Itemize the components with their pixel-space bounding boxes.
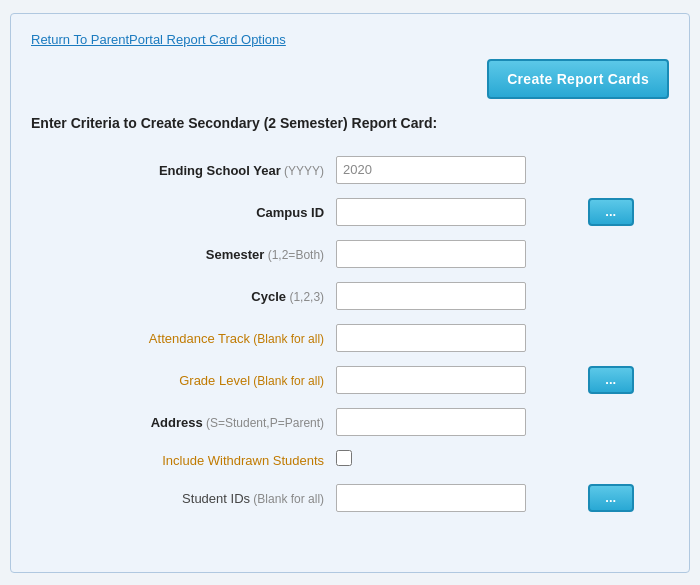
label-hint-2: (1,2=Both) xyxy=(264,248,324,262)
create-report-cards-button[interactable]: Create Report Cards xyxy=(487,59,669,99)
main-container: Return To ParentPortal Report Card Optio… xyxy=(10,13,690,573)
table-row: Attendance Track (Blank for all) xyxy=(31,317,669,359)
table-row: Address (S=Student,P=Parent) xyxy=(31,401,669,443)
input-field-1[interactable] xyxy=(336,198,526,226)
table-row: Semester (1,2=Both) xyxy=(31,233,669,275)
input-field-8[interactable] xyxy=(336,484,526,512)
label-4: Attendance Track xyxy=(149,331,250,346)
label-hint-3: (1,2,3) xyxy=(286,290,324,304)
back-link[interactable]: Return To ParentPortal Report Card Optio… xyxy=(31,32,286,47)
table-row: Cycle (1,2,3) xyxy=(31,275,669,317)
table-row: Student IDs (Blank for all)... xyxy=(31,477,669,519)
label-5: Grade Level xyxy=(179,373,250,388)
ellipsis-button-8[interactable]: ... xyxy=(588,484,634,512)
checkbox-7[interactable] xyxy=(336,450,352,466)
ellipsis-button-5[interactable]: ... xyxy=(588,366,634,394)
table-row: Ending School Year (YYYY) xyxy=(31,149,669,191)
input-field-6[interactable] xyxy=(336,408,526,436)
label-8: Student IDs xyxy=(182,491,250,506)
input-field-5[interactable] xyxy=(336,366,526,394)
label-6: Address xyxy=(151,415,203,430)
section-title: Enter Criteria to Create Secondary (2 Se… xyxy=(31,115,669,131)
label-7: Include Withdrawn Students xyxy=(162,453,324,468)
label-1: Campus ID xyxy=(256,205,324,220)
form-table: Ending School Year (YYYY)Campus ID...Sem… xyxy=(31,149,669,519)
input-field-2[interactable] xyxy=(336,240,526,268)
label-hint-6: (S=Student,P=Parent) xyxy=(203,416,324,430)
label-hint-5: (Blank for all) xyxy=(250,374,324,388)
ellipsis-button-1[interactable]: ... xyxy=(588,198,634,226)
table-row: Include Withdrawn Students xyxy=(31,443,669,477)
input-field-0[interactable] xyxy=(336,156,526,184)
label-2: Semester xyxy=(206,247,265,262)
label-hint-8: (Blank for all) xyxy=(250,492,324,506)
label-hint-0: (YYYY) xyxy=(281,164,324,178)
table-row: Grade Level (Blank for all)... xyxy=(31,359,669,401)
input-field-3[interactable] xyxy=(336,282,526,310)
label-3: Cycle xyxy=(251,289,286,304)
input-field-4[interactable] xyxy=(336,324,526,352)
label-0: Ending School Year xyxy=(159,163,281,178)
label-hint-4: (Blank for all) xyxy=(250,332,324,346)
table-row: Campus ID... xyxy=(31,191,669,233)
